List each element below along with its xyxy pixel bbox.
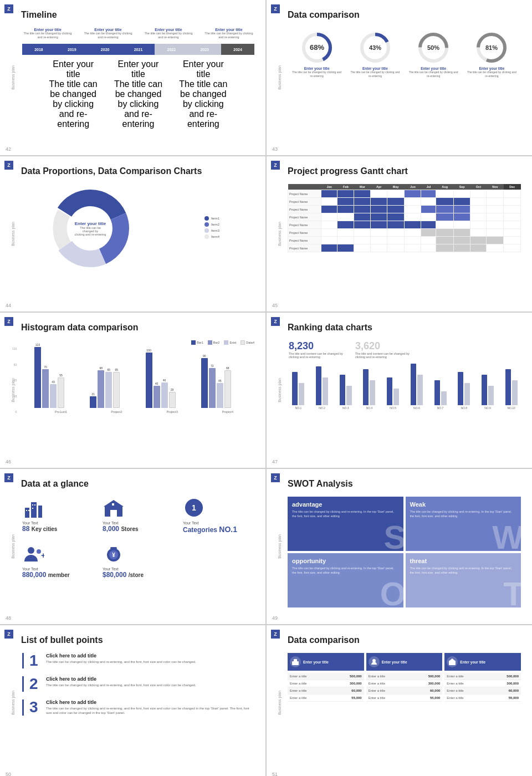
circle-svg-4: 81%: [475, 31, 508, 64]
rank-num-2[interactable]: 3,620 The title and content can be chang…: [355, 340, 411, 359]
hist-group-1: 110 70 43 55: [34, 343, 88, 408]
slide-title-51: Data comparison: [288, 635, 521, 645]
gantt-col-sep: Sep: [453, 184, 470, 190]
glance-item-member[interactable]: + Your Text 880,000 member: [22, 543, 94, 579]
hist-x-labels: Pro1uct1 Project2 Project3 Project4: [34, 410, 254, 413]
timeline-bottom-2[interactable]: Enter your title The title can be change…: [110, 59, 166, 129]
swot-cell-t[interactable]: T threat The title can be changed by cli…: [406, 553, 521, 607]
dc-row-3-3: Enter a title 60,000: [444, 687, 521, 695]
gantt-cell: [421, 244, 436, 252]
dc-label-1-3: Enter a title: [290, 689, 306, 692]
dc-label-2-3: Enter a title: [369, 689, 385, 692]
timeline-bottom-1[interactable]: Enter your title The title can be change…: [45, 59, 101, 129]
circle-item-3[interactable]: 50% Enter your title The title can be ch…: [408, 31, 459, 78]
tl-top-desc-1: The title can be changed by clicking and…: [22, 32, 73, 39]
timeline-years: 2018 2019 2020 2021 2022 2023 2024: [22, 44, 254, 55]
year-2024[interactable]: 2024: [221, 44, 254, 55]
svg-rect-38: [294, 659, 297, 662]
dc-header-col-1[interactable]: Enter your title: [288, 653, 364, 671]
rank-num-1[interactable]: 8,230 The title and content can be chang…: [289, 340, 344, 359]
svg-rect-17: [31, 502, 37, 518]
gantt-cell: [321, 237, 337, 244]
swot-cell-o[interactable]: O opportunity The title can be changed b…: [288, 553, 403, 607]
rank-bar-blue-1: [292, 372, 298, 405]
year-2019[interactable]: 2019: [55, 44, 89, 55]
side-label-43: Business plan: [278, 65, 282, 90]
svg-text:50%: 50%: [427, 44, 439, 51]
ranking-bars: NO.1 NO.2 NO.3: [289, 365, 521, 410]
glance-item-cities[interactable]: Your Text 88 Key cities: [22, 497, 94, 534]
gantt-cell: [470, 244, 487, 252]
rank-bar-inner-2: [313, 366, 332, 405]
year-2021[interactable]: 2021: [122, 44, 155, 55]
slide-title-47: Ranking data charts: [288, 323, 521, 333]
circle-item-1[interactable]: 68% Enter your title The title can be ch…: [291, 31, 342, 78]
svg-point-31: [37, 549, 41, 554]
year-2022[interactable]: 2022: [155, 44, 188, 55]
dc-label-2-4: Enter a title: [369, 696, 385, 700]
tl-bot-desc-1: The title can be changed by clicking and…: [45, 79, 101, 129]
gantt-cell: [436, 190, 454, 198]
circle-svg-3: 50%: [417, 31, 450, 64]
glance-item-stores[interactable]: Your Text 8,000 Stores: [103, 497, 174, 534]
glance-item-categories[interactable]: 1 Your Text Categories NO.1: [183, 497, 254, 534]
donut-center-title: Enter your title: [75, 221, 106, 226]
dc-val-2-1: 500,000: [428, 675, 441, 678]
swot-letter-t: T: [503, 575, 521, 607]
year-2023[interactable]: 2023: [188, 44, 221, 55]
timeline-top-2[interactable]: Enter your title The title can be change…: [83, 28, 134, 39]
bullet-item-3[interactable]: 3 Click here to add title The title can …: [22, 700, 254, 716]
slide-icon-42: Z: [4, 4, 13, 13]
bullet-item-2[interactable]: 2 Click here to add title The title can …: [22, 676, 254, 692]
glance-icon-stores: [103, 497, 125, 519]
hist-val-1d: 55: [59, 374, 63, 377]
slide-43: Z Data comparison Business plan 68% Ente…: [267, 0, 532, 155]
gantt-cell: [354, 206, 371, 213]
timeline-top-1[interactable]: Enter your title The title can be change…: [22, 28, 73, 39]
tl-bot-title-3: Enter your title: [176, 59, 232, 79]
dc-header-col-2[interactable]: Enter your title: [366, 653, 443, 671]
gantt-table: Jan Feb Mar Apr May Jun Jul Aug Sep Oct …: [288, 184, 521, 252]
gantt-cell: [436, 229, 454, 237]
swot-desc-s: The title can be changed by clicking and…: [292, 510, 399, 518]
rank-bar-gray-4: [370, 380, 375, 405]
gantt-cell: [504, 198, 521, 206]
timeline-bottom-3[interactable]: Enter your title The title can be change…: [176, 59, 232, 129]
slide-icon-45: Z: [271, 161, 280, 170]
rank-bar-inner-6: [407, 364, 427, 405]
slide-icon-46: Z: [4, 317, 13, 326]
swot-cell-w[interactable]: W Weak The title can be changed by click…: [406, 497, 521, 551]
dc-header-col-3[interactable]: Enter your title: [444, 653, 521, 671]
bullet-item-1[interactable]: 1 Click here to add title The title can …: [22, 653, 254, 668]
circle-item-4[interactable]: 81% Enter your title The title can be ch…: [466, 31, 518, 78]
rank-bar-no5: NO.5: [383, 377, 403, 410]
hist-val-3a: 100: [146, 349, 151, 352]
glance-icon-member: +: [22, 543, 44, 565]
timeline-top-4[interactable]: Enter your title The title can be change…: [203, 28, 254, 39]
gantt-cell: [436, 198, 454, 206]
hist-y-55: 55: [14, 379, 17, 382]
slide-icon-44: Z: [4, 161, 13, 170]
year-2018[interactable]: 2018: [22, 44, 55, 55]
legend-dot3: [204, 228, 209, 233]
gantt-cell: [421, 221, 436, 229]
timeline-top-3[interactable]: Enter your title The title can be change…: [143, 28, 194, 39]
hist-val-2c: 65: [107, 368, 110, 371]
year-2020[interactable]: 2020: [89, 44, 122, 55]
swot-cell-s[interactable]: S advantage The title can be changed by …: [288, 497, 403, 551]
slide-number-48: 48: [6, 615, 11, 621]
rank-bar-gray-9: [488, 386, 494, 405]
gantt-cell: [421, 237, 436, 244]
side-label-48: Business plan: [11, 534, 15, 559]
legend-dot1: [204, 216, 209, 221]
slide-icon-43: Z: [271, 4, 280, 13]
hist-val-1b: 70: [44, 365, 47, 369]
dc-row-3-4: Enter a title 55,000: [444, 695, 521, 702]
donut-center-text[interactable]: Enter your title The title can bechanged…: [75, 221, 106, 236]
gantt-cell: [421, 190, 436, 198]
gantt-cell: [337, 244, 354, 252]
glance-item-revenue[interactable]: ¥ Your Text $80,000 /store: [103, 543, 174, 579]
gantt-cell: [504, 237, 521, 244]
circle-item-2[interactable]: 43% Enter your title The title can be ch…: [350, 31, 401, 78]
gantt-cell: [321, 206, 337, 213]
